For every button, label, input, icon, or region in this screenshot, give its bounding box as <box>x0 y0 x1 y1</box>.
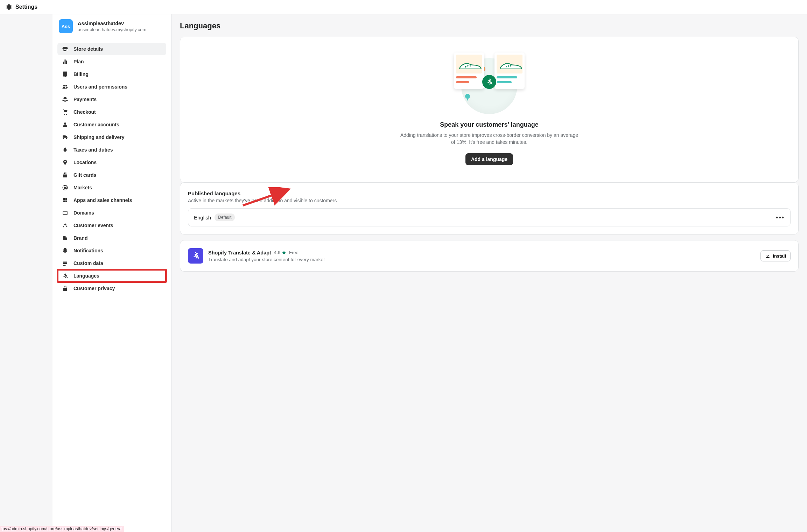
sidebar-item-label: Customer accounts <box>73 122 119 127</box>
hero-heading: Speak your customers' language <box>188 121 791 128</box>
sidebar-item-label: Domains <box>73 210 94 216</box>
payments-icon <box>62 96 69 103</box>
app-name: Shopify Translate & Adapt <box>208 250 271 255</box>
sidebar-item-label: Locations <box>73 160 97 165</box>
published-languages-card: Published languages Active in the market… <box>180 182 799 234</box>
sidebar-item-label: Markets <box>73 185 92 190</box>
topbar-title: Settings <box>15 4 37 10</box>
storefront-icon <box>62 46 69 52</box>
install-button[interactable]: Install <box>760 250 791 261</box>
app-price: Free <box>289 250 299 255</box>
sidebar-item-label: Brand <box>73 235 87 241</box>
sidebar-item-customer-privacy[interactable]: Customer privacy <box>57 282 166 295</box>
sidebar-item-label: Plan <box>73 59 84 64</box>
left-gutter <box>0 14 52 532</box>
translate-app-icon <box>188 248 203 264</box>
sidebar-item-apps-and-sales-channels[interactable]: Apps and sales channels <box>57 194 166 206</box>
map-pin-icon <box>465 94 470 99</box>
bell-icon <box>62 247 69 254</box>
app-rating: 4.6 <box>274 250 286 255</box>
tax-icon <box>62 146 69 153</box>
default-badge: Default <box>215 214 235 221</box>
giftcard-icon <box>62 172 69 178</box>
sidebar-item-label: Notifications <box>73 248 103 253</box>
sidebar-item-markets[interactable]: Markets <box>57 181 166 194</box>
languages-hero-card: Speak your customers' language Adding tr… <box>180 37 799 182</box>
location-icon <box>62 159 69 166</box>
sidebar-item-gift-cards[interactable]: Gift cards <box>57 169 166 181</box>
sidebar-item-label: Payments <box>73 97 97 102</box>
language-icon <box>62 272 69 279</box>
sidebar-item-locations[interactable]: Locations <box>57 156 166 169</box>
sidebar-item-checkout[interactable]: Checkout <box>57 106 166 118</box>
globe-icon <box>62 184 69 191</box>
product-tile <box>454 52 484 89</box>
translate-app-card: Shopify Translate & Adapt 4.6 Free Trans… <box>180 240 799 272</box>
translate-badge-icon <box>482 75 496 89</box>
sidebar-item-label: Store details <box>73 46 103 52</box>
person-icon <box>62 121 69 128</box>
sidebar-item-store-details[interactable]: Store details <box>57 43 166 55</box>
sidebar-item-label: Users and permissions <box>73 84 127 90</box>
sidebar-item-brand[interactable]: Brand <box>57 232 166 244</box>
sidebar-item-label: Apps and sales channels <box>73 197 132 203</box>
add-language-button[interactable]: Add a language <box>465 153 513 165</box>
product-tile <box>494 52 525 89</box>
sidebar-item-shipping-and-delivery[interactable]: Shipping and delivery <box>57 131 166 144</box>
page-title: Languages <box>180 21 799 30</box>
domain-icon <box>62 209 69 216</box>
sidebar-item-label: Billing <box>73 71 89 77</box>
billing-icon <box>62 71 69 78</box>
sidebar-item-label: Gift cards <box>73 172 96 178</box>
sidebar-item-domains[interactable]: Domains <box>57 206 166 219</box>
language-name: English <box>194 215 211 220</box>
sidebar-item-notifications[interactable]: Notifications <box>57 244 166 257</box>
download-icon <box>765 253 771 259</box>
plan-icon <box>62 58 69 65</box>
sidebar-item-label: Checkout <box>73 109 96 115</box>
sidebar-item-label: Taxes and duties <box>73 147 113 153</box>
row-actions-button[interactable]: ••• <box>776 214 785 221</box>
sidebar-item-billing[interactable]: Billing <box>57 68 166 80</box>
settings-sidebar: Ass Assimpleasthatdev assimpleasthatdev.… <box>52 14 171 532</box>
app-desc: Translate and adapt your store content f… <box>208 257 756 262</box>
topbar: Settings <box>0 0 807 14</box>
store-header[interactable]: Ass Assimpleasthatdev assimpleasthatdev.… <box>52 14 171 39</box>
store-avatar: Ass <box>59 19 73 33</box>
hero-illustration <box>188 50 791 113</box>
sidebar-item-languages[interactable]: Languages <box>57 270 166 282</box>
sidebar-item-customer-events[interactable]: Customer events <box>57 219 166 232</box>
settings-nav: Store detailsPlanBillingUsers and permis… <box>52 39 171 298</box>
sidebar-item-label: Customer privacy <box>73 286 115 291</box>
lock-icon <box>62 285 69 292</box>
sidebar-item-taxes-and-duties[interactable]: Taxes and duties <box>57 144 166 156</box>
sidebar-item-label: Languages <box>73 273 99 279</box>
sidebar-item-customer-accounts[interactable]: Customer accounts <box>57 118 166 131</box>
apps-icon <box>62 197 69 204</box>
spark-icon <box>62 222 69 229</box>
gear-icon <box>5 4 12 10</box>
language-row: EnglishDefault••• <box>188 208 791 226</box>
store-name: Assimpleasthatdev <box>78 21 146 26</box>
sidebar-item-custom-data[interactable]: Custom data <box>57 257 166 270</box>
brand-icon <box>62 234 69 241</box>
store-domain: assimpleasthatdev.myshopify.com <box>78 27 146 32</box>
truck-icon <box>62 134 69 141</box>
users-icon <box>62 83 69 90</box>
data-icon <box>62 260 69 267</box>
star-icon <box>282 250 286 255</box>
main-content: Languages <box>171 14 807 532</box>
sidebar-item-label: Shipping and delivery <box>73 134 124 140</box>
published-title: Published languages <box>188 190 791 196</box>
cart-icon <box>62 108 69 115</box>
sidebar-item-label: Custom data <box>73 260 103 266</box>
sidebar-item-plan[interactable]: Plan <box>57 55 166 68</box>
sidebar-item-users-and-permissions[interactable]: Users and permissions <box>57 80 166 93</box>
status-bar-url: tps://admin.shopify.com/store/assimpleas… <box>0 526 124 532</box>
hero-body: Adding translations to your store improv… <box>398 132 580 146</box>
sidebar-item-payments[interactable]: Payments <box>57 93 166 106</box>
published-desc: Active in the markets they've been added… <box>188 198 791 203</box>
sidebar-item-label: Customer events <box>73 223 113 228</box>
